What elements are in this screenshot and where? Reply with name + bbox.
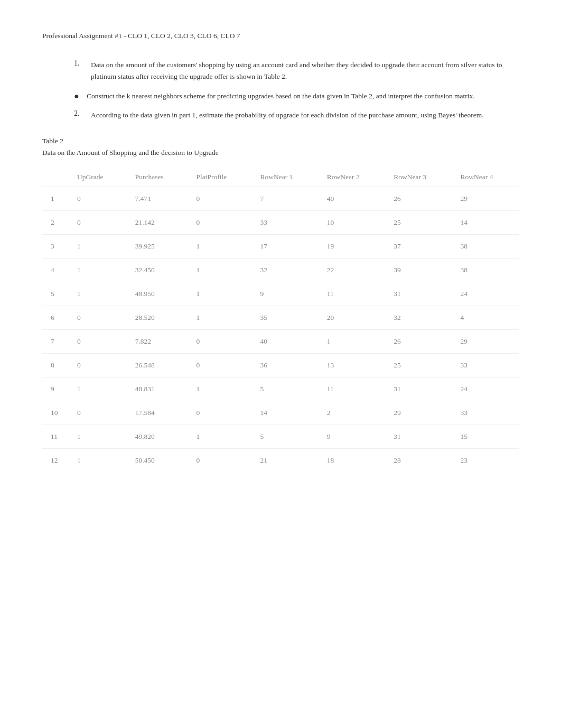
cell-platprofile-1: 0	[188, 187, 252, 211]
table-row: 5148.95019113124	[42, 282, 519, 306]
numbered-item-1: 1. Data on the amount of the customers' …	[42, 59, 519, 83]
cell-purchases-4: 32.450	[127, 259, 188, 282]
cell-rownear3-8: 25	[385, 354, 452, 377]
cell-rownear1-1: 7	[251, 187, 318, 211]
cell-upgrade-4: 1	[69, 259, 127, 282]
cell-rownear2-5: 11	[319, 282, 385, 306]
cell-upgrade-5: 1	[69, 282, 127, 306]
cell-rownear4-3: 38	[452, 235, 519, 259]
cell-rownear2-8: 13	[319, 354, 385, 377]
cell-rownear2-7: 1	[319, 330, 385, 354]
col-header-purchases: Purchases	[127, 168, 188, 187]
cell-platprofile-6: 1	[188, 306, 252, 330]
cell-index-6: 6	[42, 306, 69, 330]
cell-rownear4-1: 29	[452, 187, 519, 211]
cell-rownear3-9: 31	[385, 377, 452, 401]
cell-purchases-5: 48.950	[127, 282, 188, 306]
cell-upgrade-9: 1	[69, 377, 127, 401]
cell-upgrade-11: 1	[69, 425, 127, 449]
page-title: Professional Assignment #1 - CLO 1, CLO …	[42, 32, 519, 40]
cell-purchases-10: 17.584	[127, 401, 188, 425]
cell-rownear1-2: 33	[251, 211, 318, 235]
numbered-item-2: 2. According to the data given in part 1…	[42, 109, 519, 121]
cell-purchases-3: 39.925	[127, 235, 188, 259]
cell-index-12: 12	[42, 449, 69, 473]
col-header-index	[42, 168, 69, 187]
cell-rownear4-11: 15	[452, 425, 519, 449]
table-row: 2021.142033102514	[42, 211, 519, 235]
cell-index-4: 4	[42, 259, 69, 282]
col-header-platprofile: PlatProfile	[188, 168, 252, 187]
table-caption: Data on the Amount of Shopping and the d…	[42, 149, 519, 157]
cell-index-11: 11	[42, 425, 69, 449]
bullet-text-1: Construct the k nearest neighbors scheme…	[87, 90, 475, 102]
cell-purchases-6: 28.520	[127, 306, 188, 330]
cell-rownear2-3: 19	[319, 235, 385, 259]
cell-rownear3-1: 26	[385, 187, 452, 211]
cell-rownear4-7: 29	[452, 330, 519, 354]
cell-upgrade-3: 1	[69, 235, 127, 259]
cell-rownear2-1: 40	[319, 187, 385, 211]
cell-upgrade-6: 0	[69, 306, 127, 330]
table-label: Table 2	[42, 137, 519, 145]
cell-rownear3-3: 37	[385, 235, 452, 259]
cell-index-10: 10	[42, 401, 69, 425]
cell-rownear4-8: 33	[452, 354, 519, 377]
cell-upgrade-2: 0	[69, 211, 127, 235]
cell-upgrade-8: 0	[69, 354, 127, 377]
cell-rownear2-11: 9	[319, 425, 385, 449]
col-header-rownear1: RowNear 1	[251, 168, 318, 187]
cell-rownear1-4: 32	[251, 259, 318, 282]
cell-rownear3-10: 29	[385, 401, 452, 425]
col-header-rownear3: RowNear 3	[385, 168, 452, 187]
cell-rownear4-4: 38	[452, 259, 519, 282]
item-text-2: According to the data given in part 1, e…	[91, 109, 484, 121]
cell-purchases-11: 49.820	[127, 425, 188, 449]
cell-rownear3-4: 39	[385, 259, 452, 282]
bullet-item-1: ● Construct the k nearest neighbors sche…	[74, 90, 519, 102]
cell-purchases-12: 50.450	[127, 449, 188, 473]
cell-index-7: 7	[42, 330, 69, 354]
cell-rownear1-6: 35	[251, 306, 318, 330]
cell-index-2: 2	[42, 211, 69, 235]
table-row: 12150.450021182823	[42, 449, 519, 473]
cell-rownear4-6: 4	[452, 306, 519, 330]
cell-rownear3-6: 32	[385, 306, 452, 330]
cell-rownear1-12: 21	[251, 449, 318, 473]
cell-index-1: 1	[42, 187, 69, 211]
cell-platprofile-9: 1	[188, 377, 252, 401]
cell-platprofile-5: 1	[188, 282, 252, 306]
item-number-2: 2.	[74, 109, 85, 121]
cell-platprofile-4: 1	[188, 259, 252, 282]
cell-rownear3-2: 25	[385, 211, 452, 235]
cell-upgrade-10: 0	[69, 401, 127, 425]
cell-upgrade-1: 0	[69, 187, 127, 211]
table-row: 9148.83115113124	[42, 377, 519, 401]
table-row: 10017.58401422933	[42, 401, 519, 425]
cell-rownear1-10: 14	[251, 401, 318, 425]
cell-rownear3-7: 26	[385, 330, 452, 354]
cell-purchases-7: 7.822	[127, 330, 188, 354]
cell-rownear4-12: 23	[452, 449, 519, 473]
table-row: 11149.8201593115	[42, 425, 519, 449]
data-table: UpGrade Purchases PlatProfile RowNear 1 …	[42, 168, 519, 472]
cell-rownear1-9: 5	[251, 377, 318, 401]
cell-rownear4-5: 24	[452, 282, 519, 306]
table-row: 4132.450132223938	[42, 259, 519, 282]
cell-purchases-2: 21.142	[127, 211, 188, 235]
cell-purchases-8: 26.548	[127, 354, 188, 377]
table-header-row: UpGrade Purchases PlatProfile RowNear 1 …	[42, 168, 519, 187]
bullet-icon: ●	[74, 90, 81, 102]
cell-index-9: 9	[42, 377, 69, 401]
cell-rownear1-7: 40	[251, 330, 318, 354]
cell-rownear3-12: 28	[385, 449, 452, 473]
cell-rownear1-3: 17	[251, 235, 318, 259]
cell-index-5: 5	[42, 282, 69, 306]
cell-rownear3-11: 31	[385, 425, 452, 449]
col-header-rownear2: RowNear 2	[319, 168, 385, 187]
cell-rownear2-9: 11	[319, 377, 385, 401]
cell-platprofile-3: 1	[188, 235, 252, 259]
cell-rownear4-10: 33	[452, 401, 519, 425]
cell-rownear2-10: 2	[319, 401, 385, 425]
cell-rownear2-6: 20	[319, 306, 385, 330]
